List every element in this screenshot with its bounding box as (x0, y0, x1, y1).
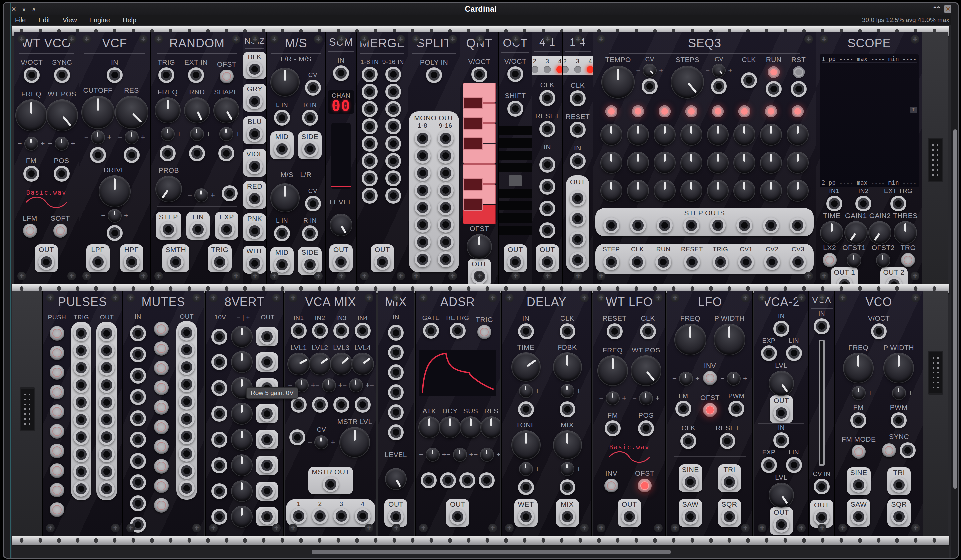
knob[interactable] (156, 176, 181, 202)
in-jack[interactable] (214, 434, 225, 445)
step-out-jack[interactable] (765, 220, 777, 231)
in-jack[interactable] (390, 387, 402, 398)
in-jack[interactable] (542, 159, 553, 170)
push-button[interactable] (50, 365, 64, 380)
port-jack[interactable] (572, 124, 583, 135)
trim-knob[interactable] (712, 64, 725, 77)
knob[interactable] (876, 254, 890, 267)
port-jack[interactable] (562, 326, 573, 337)
port-jack[interactable] (161, 69, 172, 81)
port-jack[interactable] (335, 67, 347, 79)
seq-knob[interactable] (761, 124, 781, 145)
port-jack[interactable] (276, 143, 288, 155)
mute-button[interactable] (154, 322, 169, 336)
out-jack[interactable] (262, 511, 273, 522)
port-jack[interactable] (426, 325, 437, 336)
port-jack[interactable] (101, 379, 112, 391)
trim-knob[interactable] (606, 392, 619, 405)
seq-knob[interactable] (787, 124, 808, 145)
port-jack[interactable] (686, 257, 697, 268)
port-jack[interactable] (724, 511, 735, 522)
gain-knob[interactable] (231, 352, 252, 372)
in-jack[interactable] (390, 327, 402, 338)
push-button[interactable] (50, 444, 64, 458)
right-scrollbar[interactable] (951, 3, 958, 558)
seq-knob[interactable] (601, 152, 622, 173)
port-jack[interactable] (76, 483, 87, 494)
port-jack[interactable] (181, 465, 192, 477)
port-jack[interactable] (336, 325, 347, 336)
port-jack[interactable] (249, 96, 260, 107)
ms-knob[interactable] (271, 68, 299, 96)
merge-in-jack[interactable] (387, 86, 399, 98)
port-jack[interactable] (304, 143, 316, 155)
knob[interactable] (288, 353, 309, 375)
port-jack[interactable] (101, 414, 112, 425)
trim-knob[interactable] (25, 137, 38, 150)
trim-knob[interactable] (220, 128, 233, 140)
step-out-jack[interactable] (632, 220, 644, 231)
step-out-jack[interactable] (739, 220, 750, 231)
minimize-icon[interactable]: ∨ (22, 5, 26, 13)
port-jack[interactable] (562, 481, 573, 493)
port-jack[interactable] (76, 414, 87, 425)
key-black[interactable] (463, 198, 483, 211)
port-jack[interactable] (376, 257, 388, 268)
octave-cell[interactable] (499, 226, 532, 235)
in-jack[interactable] (214, 356, 225, 368)
port-jack[interactable] (776, 323, 787, 334)
merge-in-jack[interactable] (364, 173, 375, 184)
in-jack[interactable] (542, 203, 553, 214)
left-scrollbar[interactable] (4, 3, 11, 558)
port-jack[interactable] (181, 344, 192, 356)
knob[interactable] (632, 356, 660, 385)
split-out-jack[interactable] (440, 133, 452, 144)
fm-mode-button[interactable] (852, 444, 866, 459)
cv-jack[interactable] (644, 81, 655, 92)
right-scroll-thumb[interactable] (953, 129, 957, 488)
knob[interactable] (844, 353, 873, 383)
ofst-button[interactable] (638, 478, 652, 493)
split-out-jack[interactable] (417, 254, 428, 265)
in-jack[interactable] (132, 498, 144, 509)
trim-knob[interactable] (125, 131, 138, 144)
tempo-knob[interactable] (602, 66, 634, 98)
split-out-jack[interactable] (417, 202, 428, 213)
merge-in-jack[interactable] (364, 86, 375, 98)
port-jack[interactable] (685, 476, 696, 488)
knob[interactable] (553, 431, 582, 459)
out-jack[interactable] (572, 193, 583, 204)
port-jack[interactable] (304, 112, 316, 124)
trim-knob[interactable] (195, 189, 207, 202)
trim-knob[interactable] (519, 462, 532, 475)
in-jack[interactable] (214, 408, 225, 419)
split-out-jack[interactable] (417, 150, 428, 161)
mute-button[interactable] (154, 341, 169, 356)
port-jack[interactable] (293, 399, 304, 410)
push-button[interactable] (50, 385, 64, 400)
trim-knob[interactable] (728, 372, 740, 385)
port-jack[interactable] (181, 448, 192, 459)
port-jack[interactable] (894, 479, 905, 491)
steps-knob[interactable] (671, 66, 703, 98)
seq-knob[interactable] (734, 124, 755, 145)
trim-knob[interactable] (315, 436, 328, 449)
seq-knob[interactable] (707, 180, 728, 201)
port-jack[interactable] (220, 148, 232, 159)
knob[interactable] (512, 353, 540, 381)
port-jack[interactable] (221, 224, 232, 235)
port-jack[interactable] (816, 512, 827, 523)
knob[interactable] (675, 324, 705, 355)
seq-knob[interactable] (628, 180, 648, 201)
trim-knob[interactable] (55, 137, 68, 150)
seq-knob[interactable] (681, 124, 702, 145)
knob[interactable] (352, 353, 373, 375)
port-jack[interactable] (423, 475, 434, 486)
port-jack[interactable] (542, 124, 553, 135)
knob[interactable] (553, 353, 582, 381)
ms-knob[interactable] (271, 184, 299, 212)
port-jack[interactable] (816, 481, 827, 492)
knob[interactable] (185, 98, 209, 123)
gain-knob[interactable] (231, 455, 252, 475)
trim-knob[interactable] (852, 387, 865, 400)
